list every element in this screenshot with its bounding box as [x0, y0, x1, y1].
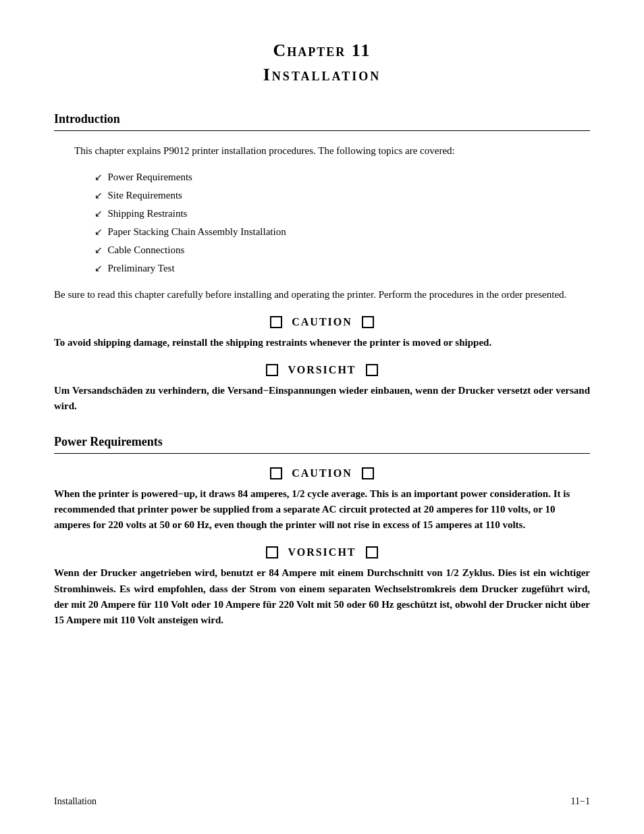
vorsicht-text-2: Wenn der Drucker angetrieben wird, benut…	[54, 565, 590, 628]
vorsicht-block-2: VORSICHT Wenn der Drucker angetrieben wi…	[54, 546, 590, 628]
caution-block-1: CAUTION To avoid shipping damage, reinst…	[54, 316, 590, 350]
caution-text-2: When the printer is powered−up, it draws…	[54, 486, 590, 533]
vorsicht-box-right-1	[366, 364, 378, 376]
footer: Installation 11−1	[54, 796, 590, 807]
vorsicht-label-2: VORSICHT	[288, 546, 356, 558]
page: Chapter 11 Installation Introduction Thi…	[0, 0, 644, 834]
list-item: Power Requirements	[95, 168, 570, 186]
vorsicht-text-1: Um Versandschäden zu verhindern, die Ver…	[54, 383, 590, 415]
chapter-header: Chapter 11 Installation	[54, 41, 590, 85]
caution-box-left-2	[270, 467, 282, 479]
footer-right: 11−1	[571, 796, 590, 807]
intro-paragraph: This chapter explains P9012 printer inst…	[74, 143, 570, 159]
list-item: Cable Connections	[95, 241, 570, 259]
caution-label-2: CAUTION	[292, 467, 352, 479]
caution-box-left-1	[270, 316, 282, 328]
vorsicht-box-left-1	[266, 364, 278, 376]
caution-header-1: CAUTION	[54, 316, 590, 328]
topics-list: Power Requirements Site Requirements Shi…	[95, 168, 570, 278]
caution-box-right-2	[362, 467, 374, 479]
chapter-title: Chapter 11	[54, 41, 590, 61]
vorsicht-block-1: VORSICHT Um Versandschäden zu verhindern…	[54, 364, 590, 415]
introduction-section: Introduction This chapter explains P9012…	[54, 112, 590, 415]
vorsicht-box-left-2	[266, 546, 278, 558]
vorsicht-header-2: VORSICHT	[54, 546, 590, 558]
chapter-subtitle: Installation	[54, 65, 590, 85]
vorsicht-label-1: VORSICHT	[288, 364, 356, 376]
power-requirements-section: Power Requirements CAUTION When the prin…	[54, 435, 590, 629]
list-item: Preliminary Test	[95, 259, 570, 278]
footer-left: Installation	[54, 796, 97, 807]
caution-block-2: CAUTION When the printer is powered−up, …	[54, 467, 590, 533]
introduction-heading: Introduction	[54, 112, 590, 126]
closing-paragraph: Be sure to read this chapter carefully b…	[54, 287, 590, 303]
intro-divider	[54, 130, 590, 131]
power-divider	[54, 453, 590, 454]
list-item: Site Requirements	[95, 186, 570, 205]
caution-label-1: CAUTION	[292, 316, 352, 328]
list-item: Shipping Restraints	[95, 205, 570, 223]
vorsicht-header-1: VORSICHT	[54, 364, 590, 376]
list-item: Paper Stacking Chain Assembly Installati…	[95, 223, 570, 241]
caution-text-1: To avoid shipping damage, reinstall the …	[54, 335, 590, 350]
caution-header-2: CAUTION	[54, 467, 590, 479]
vorsicht-box-right-2	[366, 546, 378, 558]
power-requirements-heading: Power Requirements	[54, 435, 590, 449]
caution-box-right-1	[362, 316, 374, 328]
